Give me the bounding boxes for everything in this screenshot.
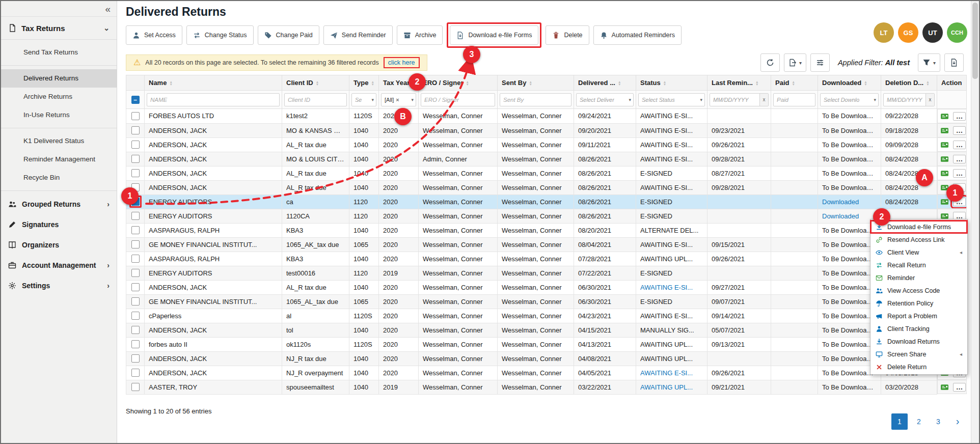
sidebar-item-k1-delivered-status[interactable]: K1 Delivered Status <box>1 132 117 150</box>
row-checkbox[interactable] <box>131 255 140 263</box>
avatar-ut[interactable]: UT <box>922 22 943 43</box>
cell-status[interactable]: AWAITING UPL... <box>636 380 707 394</box>
menu-item-client-view[interactable]: Client View◂ <box>870 246 967 259</box>
col-delivered[interactable]: Delivered ...▲▼ <box>574 75 636 91</box>
sidebar-section-tax-returns[interactable]: Tax Returns⌄ <box>1 16 117 40</box>
filter-paid-input[interactable] <box>773 93 815 106</box>
page-2-button[interactable]: 2 <box>911 413 927 430</box>
archive-button[interactable]: Archive <box>397 25 443 45</box>
sidebar-item-signatures[interactable]: Signatures <box>1 214 117 235</box>
page-3-button[interactable]: 3 <box>930 413 946 430</box>
sidebar-item-delivered-returns[interactable]: Delivered Returns <box>1 69 117 88</box>
client-access-icon[interactable] <box>940 383 949 392</box>
sidebar-item-in-use-returns[interactable]: In-Use Returns <box>1 106 117 124</box>
row-more-button[interactable]: ⋯ <box>953 169 966 178</box>
filter-sent-by-input[interactable] <box>500 93 571 106</box>
menu-item-client-tracking[interactable]: Client Tracking <box>870 322 967 335</box>
column-options-button[interactable] <box>810 53 830 72</box>
row-checkbox[interactable] <box>131 126 140 134</box>
row-checkbox[interactable] <box>131 141 140 149</box>
cell-status[interactable]: AWAITING E-SI... <box>636 280 707 294</box>
row-checkbox[interactable] <box>131 369 140 377</box>
col-deletion-d[interactable]: Deletion D...▲▼ <box>881 75 937 91</box>
client-access-icon[interactable] <box>940 169 949 178</box>
client-access-icon[interactable] <box>940 141 949 149</box>
sidebar-collapse-button[interactable]: « <box>105 4 111 14</box>
col-last-remin[interactable]: Last Remin...▲▼ <box>707 75 771 91</box>
avatar-cch[interactable]: CCH <box>947 22 967 43</box>
row-more-button[interactable]: ⋯ <box>953 383 966 392</box>
cell-status[interactable]: AWAITING E-SI... <box>636 366 707 380</box>
sort-icon[interactable]: ▲▼ <box>618 80 621 86</box>
col-paid[interactable]: Paid▲▼ <box>771 75 818 91</box>
row-checkbox[interactable] <box>131 326 140 334</box>
export-grid-button[interactable] <box>944 53 964 72</box>
row-checkbox[interactable] <box>131 240 140 248</box>
col-client-id[interactable]: Client ID▲▼ <box>282 75 349 91</box>
next-page-button[interactable]: › <box>949 413 966 430</box>
filter-delivered-select[interactable]: Select Deliver▾ <box>576 93 634 106</box>
change-paid-button[interactable]: Change Paid <box>258 25 319 45</box>
avatar-gs[interactable]: GS <box>898 22 918 43</box>
row-checkbox[interactable] <box>131 283 140 291</box>
vertical-scrollbar[interactable] <box>971 1 979 443</box>
filter-tax-year-select[interactable]: [All]×▾ <box>381 93 416 106</box>
filter-status-select[interactable]: Select Status▾ <box>638 93 705 106</box>
sort-icon[interactable]: ▲▼ <box>529 80 532 86</box>
sidebar-item-reminder-management[interactable]: Reminder Management <box>1 150 117 169</box>
col-type[interactable]: Type▲▼ <box>349 75 379 91</box>
menu-item-view-access-code[interactable]: View Access Code <box>870 284 967 297</box>
clear-icon[interactable]: x <box>759 94 768 106</box>
cell-downloaded[interactable]: Downloaded <box>818 195 881 209</box>
row-checkbox[interactable] <box>131 112 140 120</box>
row-more-button[interactable]: ⋯ <box>953 155 966 163</box>
row-more-button[interactable]: ⋯ <box>953 141 966 149</box>
filter-name-input[interactable] <box>147 93 280 106</box>
menu-item-resend-access-link[interactable]: Resend Access Link <box>870 233 967 246</box>
col-action[interactable]: Action <box>937 75 967 91</box>
refresh-button[interactable] <box>760 53 780 72</box>
row-checkbox[interactable] <box>131 269 140 277</box>
sidebar-item-grouped-returns[interactable]: Grouped Returns› <box>1 194 117 214</box>
sort-icon[interactable]: ▲▼ <box>792 80 795 86</box>
sort-icon[interactable]: ▲▼ <box>316 80 319 86</box>
filter-ero-input[interactable] <box>421 93 495 106</box>
row-checkbox[interactable] <box>131 155 140 163</box>
sort-icon[interactable]: ▲▼ <box>663 80 666 86</box>
col-downloaded[interactable]: Downloaded▲▼ <box>818 75 881 91</box>
col-ero-signer[interactable]: ERO / Signer▲▼ <box>419 75 498 91</box>
client-access-icon[interactable] <box>940 112 949 121</box>
set-access-button[interactable]: Set Access <box>126 25 182 45</box>
avatar-lt[interactable]: LT <box>874 22 894 43</box>
row-more-button[interactable]: ⋯ <box>953 126 966 135</box>
menu-item-report-a-problem[interactable]: Report a Problem <box>870 310 967 322</box>
row-checkbox[interactable] <box>131 354 140 363</box>
menu-item-reminder[interactable]: Reminder <box>870 271 967 284</box>
change-status-button[interactable]: Change Status <box>186 25 254 45</box>
row-checkbox[interactable] <box>131 226 140 234</box>
clear-icon[interactable]: × <box>396 97 399 103</box>
sidebar-item-archive-returns[interactable]: Archive Returns <box>1 88 117 106</box>
filter-downloaded-select[interactable]: Select Downlo▾ <box>820 93 879 106</box>
col-name[interactable]: Name▲▼ <box>145 75 282 91</box>
page-1-button[interactable]: 1 <box>891 413 908 430</box>
client-access-icon[interactable] <box>940 155 949 163</box>
export-menu-button[interactable]: ▾ <box>784 53 806 72</box>
download-e-file-forms-button[interactable]: Download e-file Forms <box>450 25 538 45</box>
col-sent-by[interactable]: Sent By▲▼ <box>498 75 574 91</box>
client-access-icon[interactable] <box>940 126 949 135</box>
sidebar-item-organizers[interactable]: Organizers <box>1 235 117 255</box>
row-checkbox[interactable] <box>131 297 140 306</box>
automated-reminders-button[interactable]: Automated Reminders <box>593 25 682 45</box>
sort-icon[interactable]: ▲▼ <box>371 80 374 86</box>
menu-item-screen-share[interactable]: Screen Share◂ <box>870 348 967 360</box>
menu-item-retention-policy[interactable]: Retention Policy <box>870 297 967 310</box>
row-checkbox[interactable] <box>131 312 140 320</box>
sort-icon[interactable]: ▲▼ <box>169 80 172 86</box>
menu-item-download-returns[interactable]: Download Returns <box>870 335 967 348</box>
sort-icon[interactable]: ▲▼ <box>755 80 758 86</box>
col-status[interactable]: Status▲▼ <box>636 75 707 91</box>
filter-button[interactable]: ▾ <box>918 53 940 72</box>
send-reminder-button[interactable]: Send Reminder <box>323 25 393 45</box>
filter-deletion-date[interactable]: MM/DD/YYYYx <box>883 93 935 106</box>
